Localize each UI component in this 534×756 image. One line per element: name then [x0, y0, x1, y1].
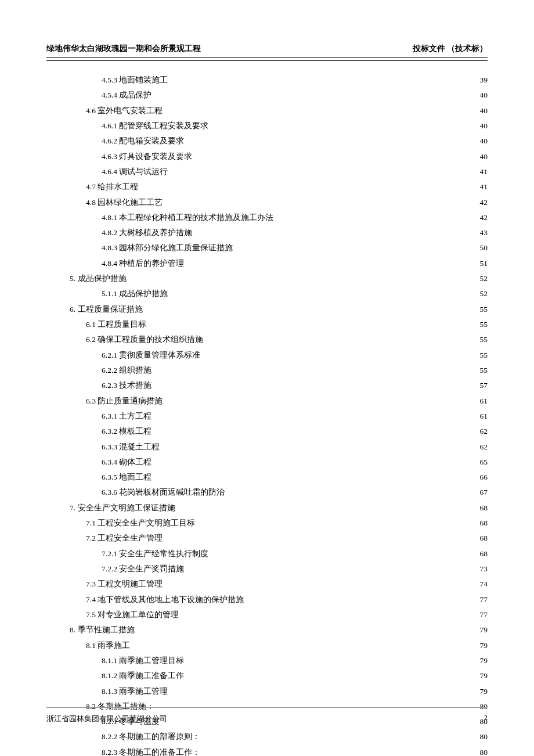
toc-entry-label: 6.3.2 模板工程 — [102, 424, 151, 439]
toc-entry-page: 68 — [480, 501, 488, 516]
toc-entry-label: 4.6.1 配管穿线工程安装及要求 — [102, 118, 208, 134]
toc-entry: 7.4 地下管线及其他地上地下设施的保护措施77 — [46, 592, 488, 607]
toc-entry-page: 79 — [480, 684, 488, 699]
toc-entry-label: 6.3.4 砌体工程 — [102, 455, 151, 470]
toc-entry-label: 4.7 给排水工程 — [86, 179, 138, 195]
toc-entry-label: 4.6.3 灯具设备安装及要求 — [102, 149, 192, 164]
toc-entry-page: 39 — [480, 73, 488, 88]
toc-entry: 7.2.2 安全生产奖罚措施73 — [46, 561, 488, 577]
toc-entry: 6.3.3 混凝土工程62 — [46, 440, 488, 455]
toc-entry: 7.2.1 安全生产经常性执行制度68 — [46, 546, 488, 561]
toc-entry-label: 8.1.2 雨季施工准备工作 — [102, 668, 184, 683]
toc-entry-label: 6.2.2 组织措施 — [102, 363, 151, 378]
toc-entry-label: 6.2.3 技术措施 — [102, 378, 151, 393]
toc-entry-label: 4.8.3 园林部分绿化施工质量保证措施 — [102, 240, 233, 255]
toc-entry-page: 62 — [480, 424, 488, 439]
table-of-contents: 4.5.3 地面铺装施工394.5.4 成品保护404.6 室外电气安装工程40… — [46, 73, 488, 756]
toc-entry-label: 4.8.1 本工程绿化种植工程的技术措施及施工办法 — [102, 210, 273, 225]
toc-entry: 6.3.1 土方工程61 — [46, 409, 488, 424]
toc-entry-label: 4.6.2 配电箱安装及要求 — [102, 134, 184, 149]
toc-entry-page: 55 — [480, 363, 488, 378]
toc-entry-label: 6. 工程质量保证措施 — [70, 302, 143, 317]
toc-entry-label: 7.2.1 安全生产经常性执行制度 — [102, 546, 208, 561]
toc-entry-page: 79 — [480, 622, 488, 638]
toc-entry: 4.8.4 种植后的养护管理51 — [46, 256, 488, 271]
toc-entry-page: 74 — [480, 577, 488, 592]
toc-entry: 4.6 室外电气安装工程40 — [46, 103, 488, 118]
toc-entry-page: 43 — [480, 225, 488, 240]
footer-company: 浙江省园林集团有限公司芜湖分公司 — [46, 714, 167, 724]
toc-entry: 8.1.3 雨季施工管理79 — [46, 684, 488, 699]
toc-entry-page: 40 — [480, 118, 488, 134]
toc-entry-label: 5. 成品保护措施 — [70, 271, 127, 286]
toc-entry-page: 68 — [480, 516, 488, 531]
toc-entry-page: 77 — [480, 592, 488, 607]
toc-entry-label: 4.5.4 成品保护 — [102, 88, 151, 103]
toc-entry-page: 40 — [480, 103, 488, 118]
toc-entry-label: 8.1 雨季施工 — [86, 638, 130, 653]
toc-entry-page: 41 — [480, 164, 488, 179]
toc-entry: 4.5.3 地面铺装施工39 — [46, 73, 488, 88]
footer-page-number: 2 — [484, 714, 488, 724]
toc-entry: 8. 季节性施工措施79 — [46, 622, 488, 638]
toc-entry: 6.2.2 组织措施55 — [46, 363, 488, 378]
toc-entry-page: 65 — [480, 455, 488, 470]
page-header: 绿地伟华太白湖玫瑰园一期和会所景观工程 投标文件 （技术标） — [46, 44, 488, 58]
toc-entry-label: 7.3 工程文明施工管理 — [86, 577, 163, 592]
toc-entry-label: 6.3.5 地面工程 — [102, 470, 151, 485]
toc-entry-label: 8.1.1 雨季施工管理目标 — [102, 653, 184, 668]
toc-entry-label: 8.2.3 冬期施工的准备工作： — [102, 745, 200, 756]
toc-entry-page: 52 — [480, 286, 488, 301]
toc-entry-page: 40 — [480, 88, 488, 103]
toc-entry-label: 4.6.4 调试与试运行 — [102, 164, 168, 179]
toc-entry-label: 5.1.1 成品保护措施 — [102, 286, 168, 301]
toc-entry-label: 8.1.3 雨季施工管理 — [102, 684, 168, 699]
header-underline — [46, 60, 488, 61]
toc-entry-label: 4.8 园林绿化施工工艺 — [86, 195, 163, 210]
toc-entry: 4.6.1 配管穿线工程安装及要求40 — [46, 118, 488, 134]
toc-entry: 4.7 给排水工程41 — [46, 179, 488, 195]
toc-entry-page: 77 — [480, 607, 488, 622]
toc-entry-page: 55 — [480, 332, 488, 347]
toc-entry-page: 73 — [480, 561, 488, 577]
toc-entry: 8.2.3 冬期施工的准备工作：80 — [46, 745, 488, 756]
toc-entry-page: 68 — [480, 531, 488, 546]
toc-entry-label: 4.8.2 大树移植及养护措施 — [102, 225, 192, 240]
toc-entry-page: 79 — [480, 653, 488, 668]
toc-entry-page: 40 — [480, 149, 488, 164]
toc-entry-label: 7.2.2 安全生产奖罚措施 — [102, 561, 184, 577]
toc-entry-label: 8. 季节性施工措施 — [70, 622, 135, 638]
toc-entry-page: 55 — [480, 317, 488, 332]
toc-entry: 6.2.3 技术措施57 — [46, 378, 488, 393]
toc-entry: 4.8.2 大树移植及养护措施43 — [46, 225, 488, 240]
toc-entry-label: 6.3.3 混凝土工程 — [102, 440, 160, 455]
toc-entry-page: 80 — [480, 745, 488, 756]
toc-entry-label: 6.3.1 土方工程 — [102, 409, 151, 424]
toc-entry-page: 80 — [480, 729, 488, 744]
toc-entry-label: 4.5.3 地面铺装施工 — [102, 73, 168, 88]
toc-entry-page: 68 — [480, 546, 488, 561]
toc-entry-page: 42 — [480, 195, 488, 210]
toc-entry: 6.2 确保工程质量的技术组织措施55 — [46, 332, 488, 347]
toc-entry-page: 62 — [480, 440, 488, 455]
toc-entry: 4.6.3 灯具设备安装及要求40 — [46, 149, 488, 164]
toc-entry: 6.3.4 砌体工程65 — [46, 455, 488, 470]
toc-entry: 6.3.5 地面工程66 — [46, 470, 488, 485]
toc-entry: 8.1 雨季施工79 — [46, 638, 488, 653]
toc-entry-page: 57 — [480, 378, 488, 393]
toc-entry: 8.2.2 冬期施工的部署原则：80 — [46, 729, 488, 744]
toc-entry: 7. 安全生产文明施工保证措施68 — [46, 501, 488, 516]
toc-entry: 6.3.6 花岗岩板材面返碱吐霜的防治67 — [46, 485, 488, 500]
toc-entry-page: 51 — [480, 256, 488, 271]
toc-entry: 4.8 园林绿化施工工艺42 — [46, 195, 488, 210]
toc-entry: 7.2 工程安全生产管理68 — [46, 531, 488, 546]
toc-entry-label: 6.2 确保工程质量的技术组织措施 — [86, 332, 203, 347]
toc-entry-page: 79 — [480, 668, 488, 683]
toc-entry-page: 50 — [480, 240, 488, 255]
toc-entry: 4.6.4 调试与试运行41 — [46, 164, 488, 179]
toc-entry-label: 7. 安全生产文明施工保证措施 — [70, 501, 175, 516]
toc-entry: 7.5 对专业施工单位的管理77 — [46, 607, 488, 622]
toc-entry: 5. 成品保护措施52 — [46, 271, 488, 286]
toc-entry-label: 8.2.2 冬期施工的部署原则： — [102, 729, 200, 744]
toc-entry-page: 42 — [480, 210, 488, 225]
